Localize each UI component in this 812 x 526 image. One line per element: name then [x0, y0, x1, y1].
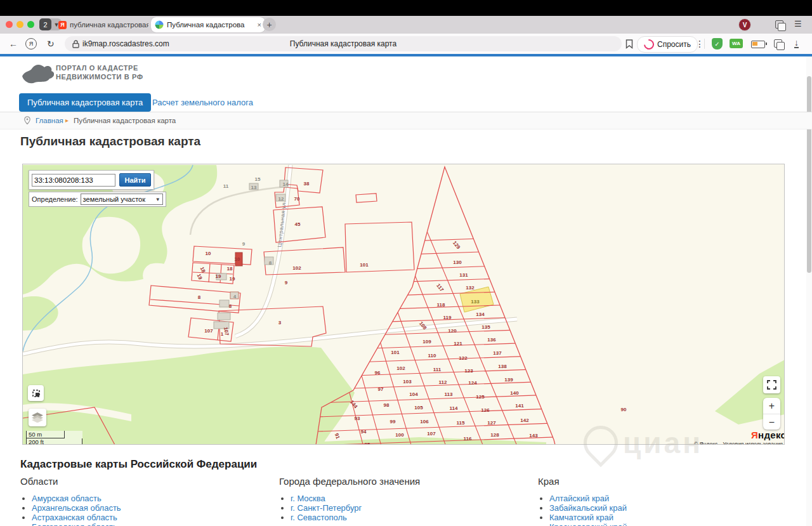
region-link[interactable]: г. Севастополь [291, 513, 347, 522]
svg-text:124: 124 [468, 380, 477, 386]
svg-text:139: 139 [504, 377, 513, 383]
background-tab[interactable]: Я публичная кадастровая к [58, 18, 148, 31]
search-button[interactable]: Найти [119, 173, 151, 187]
list-item: Белгородская область [32, 523, 121, 526]
region-link[interactable]: г. Москва [291, 494, 325, 503]
breadcrumb-home-link[interactable]: Главная [36, 117, 63, 124]
tab-title: Публичная кадастрова [167, 21, 254, 29]
page-accent-bar [0, 54, 812, 56]
svg-text:118: 118 [437, 302, 445, 308]
list-item: Забайкальский край [549, 504, 627, 513]
address-bar[interactable]: ik9map.roscadastres.com Публичная кадаст… [65, 36, 622, 51]
svg-text:132: 132 [466, 285, 475, 291]
cadastral-map[interactable]: Центральная ул.3870451029101101018191988… [22, 164, 785, 445]
svg-text:133: 133 [471, 299, 480, 305]
svg-text:111: 111 [433, 367, 442, 372]
adblock-shield-icon[interactable]: ✓ [712, 38, 723, 49]
fullscreen-button[interactable] [763, 376, 780, 393]
close-tab-icon[interactable]: × [258, 21, 261, 29]
breadcrumb: Главная ▸ Публичная кадастровая карта [0, 112, 812, 129]
back-button[interactable]: ← [9, 39, 18, 49]
browser-tabbar: 2 ▼ Я публичная кадастровая к Публичная … [0, 16, 812, 34]
region-link[interactable]: Алтайский край [549, 494, 609, 503]
svg-text:109: 109 [422, 339, 431, 345]
footer-column-title: Области [20, 476, 121, 487]
cadastral-number-input[interactable] [32, 174, 115, 187]
nav-tab-land-tax[interactable]: Расчет земельного налога [145, 93, 261, 112]
whatsapp-extension-icon[interactable]: WA [730, 39, 743, 48]
profile-badge[interactable]: V [738, 18, 751, 31]
svg-text:97: 97 [378, 386, 384, 392]
svg-text:8: 8 [198, 294, 201, 300]
window-zoom-button[interactable] [27, 21, 34, 28]
svg-text:135: 135 [481, 324, 490, 330]
region-link[interactable]: Амурская область [32, 494, 102, 503]
yandex-services-button[interactable]: Я [25, 38, 37, 49]
svg-text:15: 15 [255, 176, 261, 182]
zoom-out-button[interactable]: − [763, 414, 780, 430]
svg-text:1: 1 [221, 331, 224, 337]
chevron-down-icon: ▼ [155, 197, 160, 202]
window-minimize-button[interactable] [16, 21, 23, 28]
list-item: г. Москва [291, 494, 420, 503]
svg-text:137: 137 [493, 350, 502, 356]
region-link[interactable]: Архангельская область [32, 503, 121, 513]
list-item: Астраханская область [32, 513, 121, 522]
region-link[interactable]: Белгородская область [32, 522, 117, 526]
region-link[interactable]: Астраханская область [32, 513, 117, 522]
svg-text:127: 127 [487, 420, 496, 426]
browser-toolbar: ← Я ↻ ik9map.roscadastres.com Публичная … [0, 34, 812, 55]
region-link[interactable]: Забайкальский край [549, 503, 627, 513]
scale-feet: 200 ft [27, 438, 82, 445]
svg-text:98: 98 [384, 402, 390, 408]
definition-panel: Определение: земельный участок ▼ [29, 192, 166, 207]
new-tab-button[interactable]: + [263, 18, 276, 31]
menu-icon[interactable]: ☰ [794, 19, 802, 29]
svg-text:19: 19 [230, 276, 235, 282]
svg-text:3: 3 [278, 320, 282, 325]
svg-text:4: 4 [233, 294, 237, 299]
yandex-logo[interactable]: Яндекс [751, 430, 785, 440]
site-logo-russia-map [21, 62, 54, 87]
svg-text:101: 101 [360, 262, 369, 268]
svg-text:10: 10 [235, 256, 240, 262]
svg-text:12: 12 [278, 196, 284, 202]
tab-groups-icon[interactable] [775, 20, 783, 29]
layers-button[interactable] [29, 409, 46, 426]
svg-text:107: 107 [204, 328, 213, 334]
definition-select[interactable]: земельный участок ▼ [81, 194, 163, 205]
zoom-in-button[interactable]: + [763, 398, 780, 414]
svg-text:125: 125 [476, 394, 485, 400]
svg-text:122: 122 [459, 355, 468, 361]
watermark-text: циан [623, 426, 703, 460]
window-close-button[interactable] [6, 21, 13, 28]
region-link[interactable]: г. Санкт-Петербург [291, 503, 362, 513]
svg-text:45: 45 [295, 221, 301, 227]
list-item: г. Санкт-Петербург [291, 504, 420, 513]
svg-text:119: 119 [443, 315, 452, 320]
more-options-icon[interactable]: ⋮ [695, 39, 704, 49]
collections-icon[interactable] [774, 39, 782, 48]
region-link[interactable]: Камчатский край [549, 513, 613, 522]
map-pin-icon [24, 116, 30, 124]
battery-saver-icon[interactable] [751, 41, 765, 48]
svg-text:104: 104 [409, 391, 418, 397]
measure-tool-button[interactable] [28, 385, 44, 401]
ask-button[interactable]: Спросить [637, 36, 698, 53]
svg-text:101: 101 [391, 350, 400, 355]
page-title: Публичная кадастровая карта [20, 135, 200, 148]
svg-text:141: 141 [515, 403, 524, 409]
fullscreen-icon [767, 380, 776, 390]
svg-text:94: 94 [361, 429, 367, 435]
svg-text:96: 96 [375, 370, 381, 376]
list-item: г. Севастополь [291, 513, 420, 522]
svg-text:115: 115 [457, 420, 465, 426]
nav-tab-public-map[interactable]: Публичная кадастровая карта [19, 93, 151, 112]
address-page-title: Публичная кадастровая карта [65, 39, 622, 48]
bookmark-icon[interactable] [625, 39, 633, 49]
active-tab[interactable]: Публичная кадастрова × [151, 17, 265, 32]
download-icon[interactable]: ↓ [794, 39, 799, 48]
region-link[interactable]: Краснодарский край [549, 522, 627, 526]
svg-text:103: 103 [403, 379, 412, 385]
reload-button[interactable]: ↻ [47, 39, 55, 49]
